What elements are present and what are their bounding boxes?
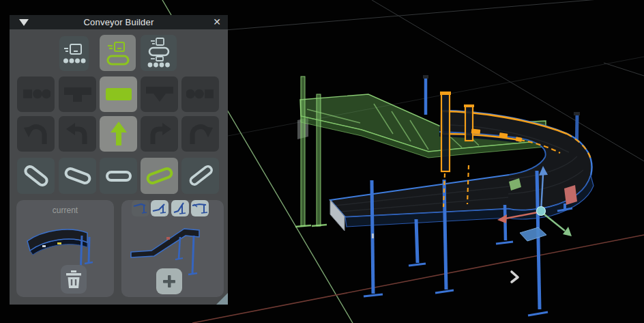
direction-uturn-right-button[interactable] [181, 116, 219, 152]
u-turn-left-icon [23, 122, 49, 146]
conveyor-belt-icon [106, 40, 130, 66]
straight-segment-icon [105, 87, 132, 102]
saved-pieces-card [121, 200, 224, 297]
slope-steep-down-button[interactable] [17, 158, 55, 194]
delete-current-button[interactable] [61, 265, 87, 294]
trash-icon [66, 270, 81, 288]
slope-steep-down-icon [21, 161, 51, 191]
piece-square-dots-button[interactable] [17, 76, 55, 112]
turn-right-icon [147, 122, 172, 146]
red-marker [564, 185, 577, 205]
close-icon[interactable]: ✕ [213, 16, 221, 27]
direction-straight-button[interactable] [100, 116, 137, 152]
direction-uturn-left-button[interactable] [17, 116, 55, 152]
app-window: Conveyor Builder ✕ [0, 0, 644, 323]
u-turn-right-icon [188, 122, 214, 146]
current-piece-card: current [16, 200, 114, 297]
gizmo-center-handle[interactable] [537, 207, 546, 216]
saved-piece-thumb-4[interactable] [191, 200, 209, 216]
next-chevron[interactable] [512, 272, 518, 282]
slope-flat-icon [104, 161, 134, 191]
straight-ahead-icon [106, 121, 131, 147]
gizmo-plane-handle[interactable] [520, 227, 546, 241]
direction-turn-right-button[interactable] [141, 116, 178, 152]
direction-turn-left-button[interactable] [59, 116, 96, 152]
plus-icon [162, 275, 176, 288]
slope-flat-button[interactable] [100, 158, 137, 194]
add-piece-button[interactable] [156, 268, 182, 294]
saved-piece-thumb-1[interactable] [132, 200, 149, 216]
slope-up-icon [145, 161, 175, 191]
conveyor-builder-panel: Conveyor Builder ✕ [10, 15, 228, 305]
saved-piece-thumb-3[interactable] [171, 200, 189, 216]
mode-belt-button[interactable] [100, 35, 136, 71]
slope-down-button[interactable] [59, 158, 96, 194]
piece-split-button[interactable] [141, 76, 178, 112]
panel-resize-handle[interactable] [216, 293, 228, 305]
square-two-dots-icon [22, 86, 50, 102]
items-row-icon [63, 42, 86, 66]
mode-items-button[interactable] [59, 36, 89, 71]
panel-title: Conveyor Builder [10, 17, 228, 27]
slope-down-icon [63, 161, 93, 191]
split-down-icon [146, 85, 173, 103]
gizmo-axis-green[interactable] [541, 212, 572, 236]
conveyor-items-stack-icon [147, 38, 171, 69]
turn-left-icon [65, 122, 90, 146]
slope-steep-up-button[interactable] [181, 158, 219, 194]
mode-belt-items-button[interactable] [141, 35, 177, 71]
panel-titlebar[interactable]: Conveyor Builder ✕ [10, 15, 228, 29]
tee-merge-icon [64, 86, 91, 102]
piece-merge-button[interactable] [59, 76, 96, 112]
piece-dots-square-button[interactable] [181, 76, 219, 112]
two-dots-square-icon [186, 86, 215, 102]
piece-straight-button[interactable] [100, 76, 137, 112]
slope-steep-up-icon [186, 161, 216, 191]
saved-piece-thumb-2[interactable] [151, 200, 169, 216]
current-label: current [16, 206, 114, 215]
slope-up-button[interactable] [141, 158, 178, 194]
